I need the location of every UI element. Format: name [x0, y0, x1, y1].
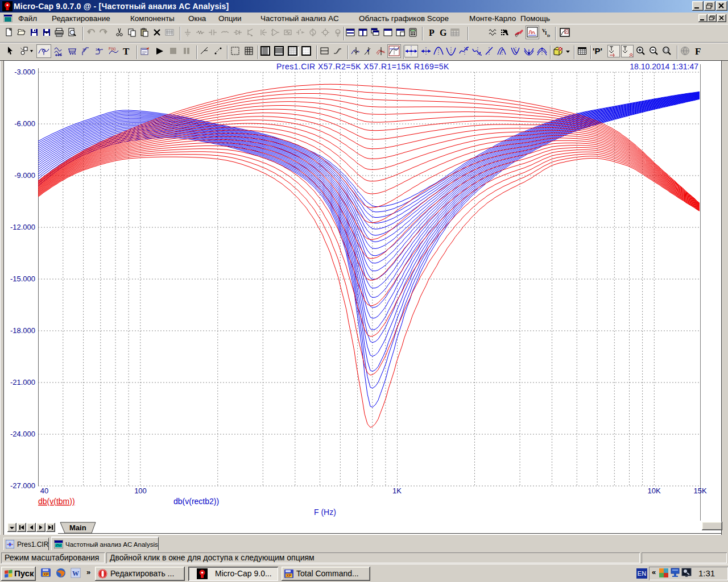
svg-text:F (Hz): F (Hz): [314, 508, 336, 517]
svg-text:db(v(tbm)): db(v(tbm)): [38, 497, 75, 506]
svg-text:-3.000: -3.000: [14, 68, 35, 76]
svg-text:-24.000: -24.000: [10, 430, 35, 438]
svg-text:XP: XP: [43, 572, 49, 576]
svg-text:-18.000: -18.000: [10, 326, 35, 335]
svg-text:15K: 15K: [693, 487, 706, 495]
svg-text:1K: 1K: [392, 487, 402, 495]
svg-text:-21.000: -21.000: [10, 378, 35, 386]
svg-text:-12.000: -12.000: [10, 223, 35, 231]
svg-text:db(v(rectb2)): db(v(rectb2)): [173, 497, 219, 506]
svg-text:40: 40: [40, 487, 48, 495]
svg-text:'P': 'P': [593, 46, 602, 56]
svg-text:Pres1.CIR X57.R2=5K X57.R1=15K: Pres1.CIR X57.R2=5K X57.R1=15K R169=5K: [276, 62, 449, 71]
svg-text:XP: XP: [286, 573, 292, 577]
svg-text:P: P: [429, 28, 435, 37]
svg-text:-15.000: -15.000: [10, 275, 35, 283]
svg-text:W: W: [72, 569, 79, 577]
svg-text:18.10.2014 1:31:47: 18.10.2014 1:31:47: [630, 62, 698, 71]
svg-text:10K: 10K: [647, 487, 660, 495]
svg-text:100: 100: [134, 487, 147, 495]
svg-text:-9.000: -9.000: [14, 171, 35, 180]
svg-text:-27.000: -27.000: [10, 481, 35, 490]
svg-text:10: 10: [82, 48, 86, 51]
svg-text:Main: Main: [69, 523, 86, 532]
svg-text:1.0: 1.0: [96, 48, 100, 51]
svg-text:F: F: [695, 46, 701, 56]
svg-text:G: G: [440, 28, 447, 37]
svg-text:T: T: [123, 46, 130, 56]
svg-text:-6.000: -6.000: [14, 119, 35, 128]
svg-text:D: D: [547, 34, 550, 37]
svg-text:F(s): F(s): [109, 47, 115, 51]
